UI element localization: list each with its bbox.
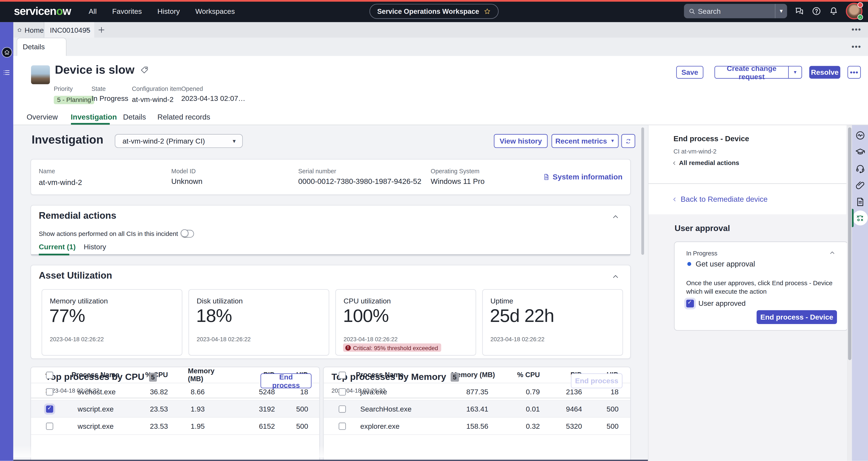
row-checkbox[interactable] — [339, 405, 346, 413]
remedial-action-panel: End process - Device CI at-vm-wind-2 All… — [648, 125, 846, 461]
kpi-label: Disk utilization — [197, 297, 243, 305]
collapse-chevron-icon[interactable] — [612, 213, 619, 221]
close-tab-icon[interactable] — [85, 27, 90, 32]
nav-history[interactable]: History — [157, 7, 180, 15]
metrics-pulse-icon[interactable] — [855, 130, 865, 141]
memory-utilization-card: Memory utilization 77% 2023-04-18 02:26:… — [41, 289, 182, 356]
table-row[interactable]: explorer.exe 158.56 0.32 5320 500 — [323, 418, 630, 435]
search-icon — [688, 7, 696, 15]
help-icon[interactable] — [811, 6, 822, 16]
recent-metrics-button[interactable]: Recent metrics ▼ — [552, 134, 619, 148]
global-search[interactable]: ▼ — [684, 4, 787, 18]
servicenow-logo[interactable]: servicenow — [14, 0, 71, 22]
bottom-scrollbar[interactable] — [13, 460, 648, 461]
remedial-tabs: Current (1) History — [31, 241, 630, 256]
table-row[interactable]: wscript.exe 23.53 1.95 6152 500 — [31, 418, 319, 435]
tab-related-records[interactable]: Related records — [157, 113, 210, 121]
row-checkbox[interactable] — [46, 388, 53, 395]
tab-current[interactable]: Current (1) — [39, 243, 75, 251]
collapse-chevron-icon[interactable] — [829, 250, 835, 256]
tag-icon[interactable] — [140, 66, 148, 74]
tab-history[interactable]: History — [84, 243, 106, 251]
cpu-utilization-card: CPU utilization 100% 2023-04-18 02:26:22… — [335, 289, 476, 356]
model-value: Unknown — [171, 177, 203, 186]
end-process-device-button[interactable]: End process - Device — [757, 310, 837, 324]
tab-inc0010495[interactable]: INC0010495 — [44, 22, 94, 38]
process-name-cell: wscript.exe — [61, 405, 133, 413]
field-label: Priority — [54, 85, 94, 92]
row-checkbox[interactable] — [339, 388, 346, 395]
table-row[interactable]: wscript.exe 23.53 1.93 3192 500 — [31, 400, 319, 418]
user-approved-row: User approved — [686, 299, 746, 307]
create-change-request-button[interactable]: Create change request ▼ — [714, 66, 802, 78]
end-process-button[interactable]: End process — [260, 373, 311, 388]
playbook-active-icon[interactable] — [852, 210, 867, 225]
row-checkbox[interactable] — [339, 422, 346, 430]
presence-status-icon: ✓ — [857, 14, 863, 20]
panel-scrollbar-thumb[interactable] — [848, 127, 851, 360]
nav-workspaces[interactable]: Workspaces — [195, 7, 235, 15]
user-approved-checkbox[interactable] — [686, 299, 694, 307]
save-button[interactable]: Save — [676, 66, 703, 78]
attachments-paperclip-icon[interactable] — [855, 180, 865, 191]
tab-overflow-icon[interactable]: ••• — [851, 25, 861, 34]
new-tab-icon[interactable] — [97, 26, 105, 34]
user-avatar[interactable]: ✓ — [846, 3, 863, 19]
create-change-request-dropdown[interactable]: ▼ — [788, 66, 802, 78]
field-priority: Priority 5 - Planning — [54, 85, 94, 104]
main-scrollbar-thumb[interactable] — [641, 127, 644, 255]
info-name: Name at-vm-wind-2 — [39, 168, 82, 187]
show-all-cis-toggle[interactable] — [182, 230, 194, 238]
tab-record-details[interactable]: Details — [123, 113, 146, 121]
end-process-button-disabled[interactable]: End process — [571, 373, 623, 388]
collapse-chevron-icon[interactable] — [612, 273, 619, 280]
table-row[interactable]: SearchHost.exe 163.41 0.01 9464 500 — [323, 400, 630, 418]
critical-thresh-badge: ! Critical: 95% threshold exceeded — [343, 343, 441, 352]
agent-headset-icon[interactable] — [855, 164, 865, 174]
system-information-label: System information — [553, 173, 623, 181]
chat-icon[interactable] — [794, 6, 804, 16]
workspace-switcher[interactable]: Service Operations Workspace — [370, 4, 499, 19]
playbook-strategy-icon — [856, 213, 864, 223]
memory-cell: 1.93 — [168, 405, 230, 413]
learning-graduation-cap-icon[interactable] — [855, 147, 865, 157]
show-all-cis-row: Show actions performed on all CIs in thi… — [39, 230, 194, 238]
user-approval-heading: User approval — [675, 223, 730, 232]
toggle-label: Show actions performed on all CIs in thi… — [39, 230, 178, 237]
resolve-button[interactable]: Resolve — [809, 66, 840, 78]
pid-cell: 9464 — [540, 405, 582, 413]
record-title: Device is slow — [55, 63, 134, 76]
notifications-bell-icon[interactable] — [829, 6, 839, 16]
tab-investigation[interactable]: Investigation — [71, 113, 117, 121]
kpi-value: 100% — [343, 305, 389, 326]
select-all-checkbox[interactable] — [46, 371, 53, 378]
ci-name-link[interactable]: at-vm-wind-2 — [39, 178, 82, 187]
tab-details-pane[interactable]: Details — [17, 38, 66, 56]
search-scope-dropdown[interactable]: ▼ — [775, 4, 787, 18]
ci-selector[interactable]: at-vm-wind-2 (Primary CI) ▼ — [115, 134, 243, 148]
select-all-checkbox[interactable] — [339, 371, 346, 378]
nav-all[interactable]: All — [89, 7, 97, 15]
notes-document-icon[interactable] — [855, 197, 865, 207]
configuration-item-link[interactable]: at-vm-wind-2 — [132, 95, 174, 104]
menu-list-icon[interactable] — [3, 69, 11, 76]
nav-favorites[interactable]: Favorites — [112, 7, 142, 15]
favorite-star-icon[interactable] — [484, 8, 491, 15]
critical-thresh-label: Critical: 95% threshold exceeded — [353, 344, 438, 351]
search-input[interactable] — [696, 7, 775, 15]
tab-home[interactable]: Home — [13, 22, 44, 38]
back-to-remediate-link[interactable]: Back to Remediate device — [672, 195, 768, 203]
subtab-overflow-icon[interactable]: ••• — [851, 42, 861, 51]
more-actions-button[interactable]: ••• — [847, 66, 861, 78]
info-label: Model ID — [171, 168, 203, 174]
all-remedial-actions-link[interactable]: All remedial actions — [672, 160, 739, 166]
uid-cell: 500 — [275, 422, 313, 430]
sidebar-home-button[interactable] — [1, 47, 12, 58]
view-history-button[interactable]: View history — [494, 134, 548, 148]
system-information-link[interactable]: System information — [543, 173, 623, 181]
refresh-button[interactable] — [621, 134, 635, 148]
row-checkbox[interactable] — [46, 405, 53, 413]
alert-exclamation-icon: ! — [345, 345, 351, 350]
tab-overview[interactable]: Overview — [27, 113, 58, 121]
row-checkbox[interactable] — [46, 422, 53, 430]
